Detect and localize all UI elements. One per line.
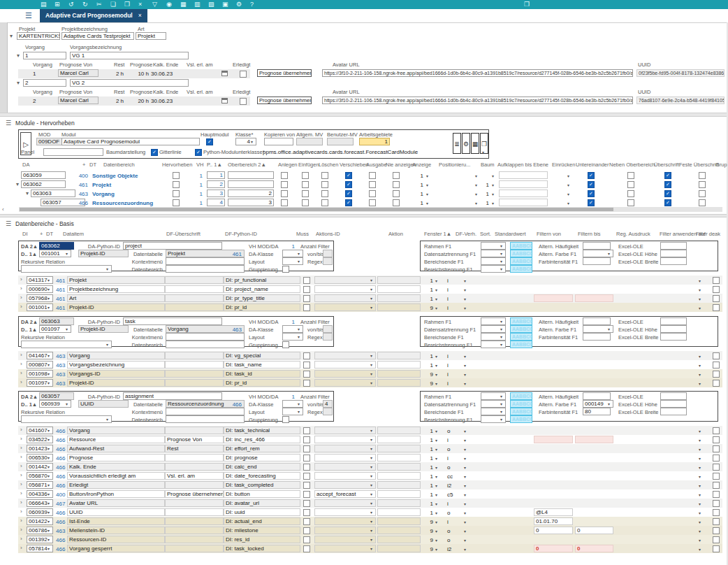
aktions-id-dropdown-icon[interactable]: ▾ [370,287,372,292]
df-ueberschrift-cell[interactable] [165,463,224,471]
rekursive-relation-select[interactable] [21,341,112,348]
format-dropdown-icon[interactable]: ▾ [500,244,502,248]
excel-ole-input[interactable] [660,392,687,400]
da-id-field[interactable]: 063057 [39,392,74,400]
da-klasse-select[interactable] [282,250,303,257]
df-python-id-cell[interactable]: DI: uuid [224,508,300,516]
aktions-id-dropdown-icon[interactable]: ▾ [370,354,372,358]
dataitem-cell[interactable]: Ist-Ende [67,517,165,525]
format-dropdown-icon[interactable]: ▾ [500,343,502,347]
modul-input[interactable]: Adaptive Card Prognosemodul [61,138,200,145]
position-field[interactable]: 3 [207,189,225,197]
df-verh-dropdown-icon[interactable]: ▾ [464,529,466,534]
df-python-id-cell[interactable]: DI: vg_special [224,352,300,359]
baum-dropdown-icon[interactable]: ▾ [492,183,494,187]
row-expand-icon[interactable]: › [20,371,22,376]
df-ueberschrift-cell[interactable] [165,545,224,552]
fenster-dropdown-icon[interactable]: ▾ [435,373,437,377]
df-verh-dropdown-icon[interactable]: ▾ [464,511,466,515]
einruecken-dropdown-icon[interactable]: ▾ [567,174,569,178]
ueberschrift-checkbox[interactable]: ✓ [664,190,671,197]
aktions-id-dropdown-icon[interactable]: ▾ [370,429,372,433]
kontextmenu-input[interactable] [166,333,245,341]
kontextmenu-input[interactable] [166,408,245,415]
aktions-id-cell[interactable] [314,436,376,443]
muss-checkbox[interactable] [303,518,310,525]
row-expand-icon[interactable]: › [20,277,22,282]
color-swatch-field[interactable]: AABBCC [510,392,532,400]
di-dropdown-icon[interactable]: ▾ [48,447,50,451]
di-dropdown-icon[interactable]: ▾ [48,501,50,506]
row-expand-icon[interactable]: › [20,491,22,496]
aktion-cell[interactable] [377,294,421,302]
di-dropdown-icon[interactable]: ▾ [48,529,50,533]
filter-deaktivieren-checkbox[interactable] [713,371,720,378]
filter-deaktivieren-checkbox[interactable] [713,295,720,302]
color-swatch-field[interactable]: AABBCC [510,250,532,257]
filtern-von-cell[interactable]: 0 [534,527,573,534]
filter-anwenden-dropdown-icon[interactable]: ▾ [699,493,701,497]
fenster-dropdown-icon[interactable]: ▾ [435,466,437,470]
format-dropdown-icon[interactable]: ▾ [500,259,502,264]
muss-checkbox[interactable] [303,482,310,489]
row-expand-icon[interactable]: › [20,436,22,442]
filter-anwenden-dropdown-icon[interactable]: ▾ [699,288,701,292]
muss-checkbox[interactable] [303,286,310,293]
ausgabe-checkbox[interactable] [369,190,376,197]
fenster-dropdown-icon[interactable]: ▾ [435,364,437,368]
filter-anwenden-dropdown-icon[interactable]: ▾ [699,502,701,506]
regex-field[interactable] [323,408,333,415]
help-icon[interactable]: ? [250,1,254,8]
format-dropdown-icon[interactable]: ▾ [500,402,502,406]
aktion-cell[interactable] [377,472,421,480]
tab-adaptive-card-prognosemodul[interactable]: Adaptive Card Prognosemodul× [40,9,147,22]
rekursiv-dropdown-icon[interactable]: ▾ [106,343,108,347]
dataitem-cell[interactable]: Ressource [67,436,165,443]
filter-anwenden-dropdown-icon[interactable]: ▾ [699,355,701,359]
di-dropdown-icon[interactable]: ▾ [48,510,50,515]
aktion-cell[interactable] [377,463,421,471]
baum-dropdown-icon[interactable]: ▾ [492,174,494,178]
muss-checkbox[interactable] [303,455,310,462]
new-icon[interactable]: ⊞ [54,1,60,8]
aktions-id-cell[interactable] [314,276,376,284]
filtern-bis-cell[interactable] [575,436,613,443]
df-ueberschrift-cell[interactable] [165,276,224,284]
erledigt-checkbox[interactable] [240,98,247,105]
avatar-url-field[interactable]: https://3f10-2-211-106-158.ngrok-free.ap… [322,69,633,77]
df-verh-dropdown-icon[interactable]: ▾ [464,548,466,552]
muss-checkbox[interactable] [303,352,310,359]
print-icon[interactable]: ▦ [471,133,479,154]
format-dropdown-icon[interactable]: ▾ [500,252,502,256]
rekursiv-dropdown-icon[interactable]: ▾ [106,267,108,271]
filter-deaktivieren-checkbox[interactable] [713,527,720,534]
positionierung-dropdown-icon[interactable]: ▾ [475,192,477,196]
prognose-uebernehmen-button[interactable]: Prognose übernehmen [257,96,312,104]
positionierung-dropdown-icon[interactable]: ▾ [475,183,477,187]
di-name-field[interactable]: Projekt-ID [78,250,129,257]
uuid-field[interactable]: 0f23f5be-fd95-004f-8178-132474e8386e [636,69,725,77]
fenster-dropdown-icon[interactable]: ▾ [435,475,437,479]
aktions-id-cell[interactable] [314,536,376,543]
hervorheben-checkbox[interactable] [173,190,180,197]
filter-deaktivieren-checkbox[interactable] [713,286,720,293]
color-swatch-field[interactable]: AABBCC [510,333,532,341]
aktion-cell[interactable] [377,361,421,369]
einfuegen-checkbox[interactable] [302,172,309,179]
row-expand-icon[interactable]: › [20,527,22,533]
dataitem-cell[interactable]: Meilenstein-ID [67,527,165,534]
excel-ole-input[interactable] [660,317,687,325]
hervorheben-checkbox[interactable] [173,181,180,188]
loeschen-checkbox[interactable] [321,190,328,197]
row-expand-icon[interactable]: › [20,380,22,385]
filter-anwenden-dropdown-icon[interactable]: ▾ [699,438,701,443]
color-swatch-field[interactable]: AABBCC [510,341,532,348]
di-dropdown-icon[interactable]: ▾ [48,492,50,496]
position-field[interactable]: 1 [207,171,225,179]
undo-icon[interactable]: ↺ [68,1,74,8]
untereinander-checkbox[interactable]: ✓ [588,172,595,179]
muss-checkbox[interactable] [303,277,310,284]
di-dropdown-icon[interactable]: ▾ [66,327,68,331]
df-ueberschrift-cell[interactable] [165,352,224,359]
filter-deaktivieren-checkbox[interactable] [713,427,720,434]
